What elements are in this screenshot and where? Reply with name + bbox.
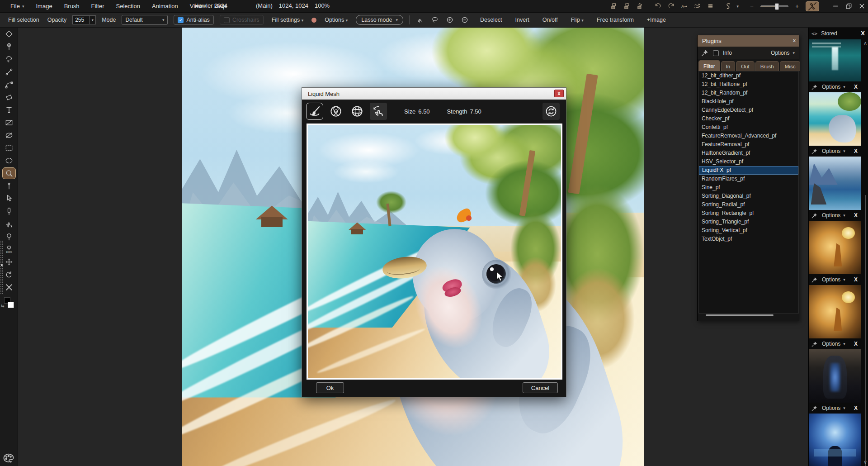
rotated-rect-tool[interactable]	[0, 91, 18, 104]
plugins-tab-in[interactable]: In	[721, 61, 736, 71]
stored-options-button[interactable]: Options▾	[822, 84, 845, 90]
minimize-button[interactable]	[831, 2, 840, 11]
zoom-plus-icon[interactable]: +	[793, 2, 802, 11]
stored-item-close-button[interactable]: X	[854, 212, 858, 219]
armored-figure-thumbnail[interactable]	[809, 349, 861, 403]
stored-options-button[interactable]: Options▾	[822, 212, 845, 219]
paste-selection-icon[interactable]	[623, 2, 632, 11]
stored-close-button[interactable]: X	[861, 30, 865, 37]
zoom-minus-icon[interactable]: −	[747, 2, 756, 11]
sphere-mesh-tool-button[interactable]	[349, 103, 366, 120]
plugins-titlebar[interactable]: Plugins	[698, 35, 799, 47]
stored-options-button[interactable]: Options▾	[822, 148, 845, 154]
menu-brush[interactable]: Brush	[58, 3, 85, 10]
plugin-item-12_bit_Random_pf[interactable]: 12_bit_Random_pf	[699, 89, 798, 97]
pin-icon[interactable]	[811, 84, 818, 90]
lasso-mode-select[interactable]: Lasso mode▾	[356, 15, 403, 25]
free-transform-button[interactable]: Free transform	[594, 17, 636, 23]
plugin-item-Checker_pf[interactable]: Checker_pf	[699, 114, 798, 123]
swirl-mesh-tool-button[interactable]	[327, 103, 344, 120]
dialog-close-button[interactable]: x	[554, 90, 564, 97]
fill-selection-button[interactable]: Fill selection	[6, 17, 42, 23]
plugin-item-Confetti_pf[interactable]: Confetti_pf	[699, 123, 798, 132]
hand-drag-tool-button[interactable]	[370, 103, 387, 120]
stored-item-close-button[interactable]: X	[854, 84, 858, 90]
dialog-titlebar[interactable]: Liquid Mesh	[302, 88, 566, 100]
portal-room-thumbnail[interactable]	[809, 414, 861, 466]
rect-select-tool[interactable]	[0, 142, 18, 154]
ocean-hiker-orca-thumbnail[interactable]	[809, 157, 861, 210]
stored-options-button[interactable]: Options▾	[822, 405, 845, 411]
plugin-item-Sorting_Diagonal_pf[interactable]: Sorting_Diagonal_pf	[699, 192, 798, 200]
polyline-tool[interactable]	[0, 66, 18, 78]
cancel-button[interactable]: Cancel	[523, 382, 558, 393]
plugin-item-Sine_pf[interactable]: Sine_pf	[699, 183, 798, 192]
zoom-in-icon[interactable]	[445, 15, 454, 24]
freehand-lasso-tool[interactable]	[0, 53, 18, 66]
menu-filter[interactable]: Filter	[85, 3, 110, 10]
plugin-item-Sorting_Rectangle_pf[interactable]: Sorting_Rectangle_pf	[699, 209, 798, 218]
text-tool[interactable]	[0, 104, 18, 116]
menu-file[interactable]: File▾	[5, 3, 30, 10]
bezier-curve-tool[interactable]	[0, 78, 18, 91]
plugin-item-LiquidFX_pf[interactable]: LiquidFX_pf	[699, 166, 798, 175]
lasso-icon[interactable]	[430, 15, 439, 24]
pin-icon[interactable]	[701, 49, 709, 57]
stored-item-close-button[interactable]: X	[854, 148, 858, 154]
plugins-horizontal-scrollbar[interactable]	[706, 314, 774, 316]
plugin-item-12_bit_Halftone_pf[interactable]: 12_bit_Halftone_pf	[699, 80, 798, 89]
plugins-tab-filter[interactable]: Filter	[698, 60, 720, 71]
plugin-item-12_bit_dither_pf[interactable]: 12_bit_dither_pf	[699, 71, 798, 80]
filled-ellipse-tool[interactable]	[0, 129, 18, 142]
ellipse-select-tool[interactable]	[0, 154, 18, 167]
s-curve-icon[interactable]	[723, 2, 732, 11]
dialog-preview[interactable]	[307, 124, 562, 380]
close-button[interactable]	[857, 2, 866, 11]
mode-select[interactable]: Default ▾	[122, 15, 168, 25]
chevron-down-icon[interactable]: ▾	[736, 4, 739, 9]
plugin-item-Sorting_Triangle_pf[interactable]: Sorting_Triangle_pf	[699, 218, 798, 226]
color-swatches[interactable]: ⇆	[0, 296, 18, 314]
toolbox-button[interactable]	[806, 1, 819, 11]
antialias-checkbox[interactable]: ✓	[178, 17, 184, 23]
pin-icon[interactable]	[811, 341, 818, 347]
paste-image-icon[interactable]	[609, 2, 618, 11]
plugin-item-HSV_Selector_pf[interactable]: HSV_Selector_pf	[699, 157, 798, 166]
stored-options-button[interactable]: Options▾	[822, 276, 845, 283]
stored-item-close-button[interactable]: X	[854, 276, 858, 283]
flip-arrows-icon[interactable]	[693, 2, 702, 11]
info-checkbox[interactable]	[713, 50, 719, 56]
pin-icon[interactable]	[811, 405, 818, 412]
scroll-up-icon[interactable]: ∧	[863, 40, 867, 46]
restore-button[interactable]	[844, 2, 853, 11]
capsule-tool[interactable]	[0, 205, 18, 218]
liquid-brush-tool-button[interactable]	[306, 103, 323, 120]
plus-image-button[interactable]: +Image	[645, 17, 668, 23]
filled-rect-tool[interactable]	[0, 116, 18, 129]
plugins-options-button[interactable]: Options▾	[771, 50, 795, 56]
plugin-item-FeatureRemoval_Advanced_pf[interactable]: FeatureRemoval_Advanced_pf	[699, 132, 798, 140]
plugin-item-HalftoneGradient_pf[interactable]: HalftoneGradient_pf	[699, 149, 798, 157]
stored-item-close-button[interactable]: X	[854, 405, 858, 411]
stored-item-close-button[interactable]: X	[854, 341, 858, 347]
reset-preview-button[interactable]	[542, 103, 560, 120]
plugin-item-Sorting_Vertical_pf[interactable]: Sorting_Vertical_pf	[699, 226, 798, 235]
plugin-item-CannyEdgeDetect_pf[interactable]: CannyEdgeDetect_pf	[699, 106, 798, 114]
onoff-button[interactable]: On/off	[540, 17, 560, 23]
scroll-down-icon[interactable]: ∨	[863, 459, 867, 465]
opacity-value[interactable]: 255	[73, 17, 89, 23]
plugins-tab-out[interactable]: Out	[736, 61, 755, 71]
plugins-close-button[interactable]: x	[793, 38, 796, 43]
text-arrow-icon[interactable]: A	[679, 2, 689, 11]
palette-icon[interactable]	[2, 452, 15, 465]
magnifier-tool[interactable]	[0, 167, 18, 180]
library-deer-thumbnail[interactable]	[809, 221, 861, 274]
paste-brush-icon[interactable]	[636, 2, 645, 11]
plugins-tab-misc[interactable]: Misc	[780, 61, 801, 71]
ok-button[interactable]: Ok	[316, 382, 344, 393]
invert-button[interactable]: Invert	[513, 17, 532, 23]
redo-icon[interactable]	[666, 2, 675, 11]
flip-button[interactable]: Flip ▾	[569, 17, 586, 23]
zoom-slider-handle[interactable]	[775, 3, 779, 10]
deselect-button[interactable]: Deselect	[478, 17, 505, 23]
